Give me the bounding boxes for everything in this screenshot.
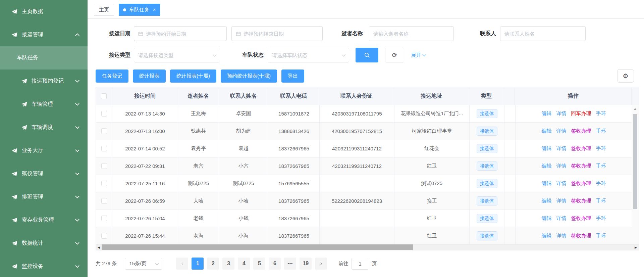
next-page-button[interactable]: › (315, 258, 327, 270)
horizontal-scrollbar[interactable]: ◀ ▶ (96, 244, 639, 250)
deceased-name-input[interactable] (369, 26, 454, 41)
detail-link[interactable]: 详情 (556, 198, 567, 204)
detail-link[interactable]: 详情 (556, 163, 567, 169)
sidebar-item-vehicle-management[interactable]: 车辆管理 (0, 93, 88, 116)
bracelet-link[interactable]: 手环 (596, 163, 606, 169)
sidebar-item-shift-management[interactable]: 排班管理 (0, 185, 88, 209)
tab-home[interactable]: 主页 (94, 4, 114, 16)
fleet-status-field[interactable] (272, 52, 345, 58)
page-button-4[interactable]: 4 (238, 258, 250, 270)
tab-close-icon[interactable]: × (153, 7, 156, 12)
sidebar-item-storage-business[interactable]: 寄存业务管理 (0, 209, 88, 232)
reservation-stats-report-shiyan-button[interactable]: 预约统计报表(十堰) (221, 70, 277, 83)
bracelet-link[interactable]: 手环 (596, 180, 606, 187)
sidebar-item-business-hall[interactable]: 业务大厅 (0, 139, 88, 162)
export-button[interactable]: 导出 (281, 70, 304, 83)
expand-toggle[interactable]: 展开 (411, 52, 426, 58)
detail-link[interactable]: 详情 (556, 215, 567, 222)
tab-fleet-tasks[interactable]: 车队任务 × (119, 4, 160, 16)
row-checkbox[interactable] (101, 163, 107, 169)
bracelet-link[interactable]: 手环 (596, 233, 606, 239)
sign-link[interactable]: 签收办理 (571, 163, 591, 169)
edit-link[interactable]: 编辑 (542, 198, 552, 204)
scroll-right-arrow-icon[interactable]: ▶ (633, 244, 639, 250)
sign-link[interactable]: 签收办理 (571, 128, 591, 134)
prev-page-button[interactable]: ‹ (176, 258, 188, 270)
page-button-6[interactable]: 6 (269, 258, 281, 270)
scroll-left-arrow-icon[interactable]: ◀ (96, 244, 102, 250)
page-button-1[interactable]: 1 (192, 258, 204, 270)
sign-link[interactable]: 签收办理 (571, 233, 591, 239)
edit-link[interactable]: 编辑 (542, 145, 552, 152)
sidebar-item-monitoring-devices[interactable]: 监控设备 (0, 255, 88, 277)
bracelet-link[interactable]: 手环 (596, 215, 606, 222)
bracelet-link[interactable]: 手环 (596, 198, 606, 204)
row-checkbox[interactable] (101, 198, 107, 204)
date-start-field[interactable] (146, 31, 222, 37)
refresh-button[interactable]: ⟳ (385, 48, 404, 62)
sign-link[interactable]: 签收办理 (571, 215, 591, 222)
stats-report-shiyan-button[interactable]: 统计报表(十堰) (170, 70, 216, 83)
row-checkbox[interactable] (101, 146, 107, 151)
edit-link[interactable]: 编辑 (542, 128, 552, 134)
row-checkbox[interactable] (101, 111, 107, 117)
cell-contact-phone: 18372667965 (268, 210, 320, 227)
row-checkbox[interactable] (101, 181, 107, 186)
row-checkbox[interactable] (101, 233, 107, 239)
row-checkbox[interactable] (101, 128, 107, 134)
detail-link[interactable]: 详情 (556, 128, 567, 134)
page-button-5[interactable]: 5 (253, 258, 265, 270)
edit-link[interactable]: 编辑 (542, 215, 552, 222)
search-button[interactable] (356, 48, 378, 62)
bracelet-link[interactable]: 手环 (596, 128, 606, 134)
sidebar-item-transport-reservation[interactable]: 接运预约登记 (0, 70, 88, 93)
sign-link[interactable]: 签收办理 (571, 198, 591, 204)
edit-link[interactable]: 编辑 (542, 233, 552, 239)
edit-link[interactable]: 编辑 (542, 180, 552, 187)
edit-link[interactable]: 编辑 (542, 110, 552, 117)
page-ellipsis[interactable]: ••• (284, 258, 296, 270)
date-start-input[interactable] (134, 26, 227, 41)
return-car-link[interactable]: 回车办理 (571, 110, 591, 117)
page-button-3[interactable]: 3 (222, 258, 234, 270)
page-button-2[interactable]: 2 (207, 258, 219, 270)
bracelet-link[interactable]: 手环 (596, 110, 606, 117)
horizontal-scrollbar-thumb[interactable] (102, 244, 413, 250)
sidebar-item-fleet-tasks[interactable]: 车队任务 (0, 46, 88, 70)
contact-input[interactable] (500, 26, 586, 41)
cell-deceased-name: 老钱 (178, 210, 219, 227)
edit-link[interactable]: 编辑 (542, 163, 552, 169)
sidebar-item-vehicle-dispatch[interactable]: 车辆调度 (0, 116, 88, 139)
pickup-type-field[interactable] (138, 52, 216, 58)
sidebar: 主页数据接运管理车队任务接运预约登记车辆管理车辆调度业务大厅殡仪管理排班管理寄存… (0, 0, 88, 277)
date-end-field[interactable] (244, 31, 318, 37)
goto-page-input[interactable] (352, 258, 368, 270)
date-end-input[interactable] (231, 26, 323, 41)
vertical-scrollbar[interactable]: ▲ (632, 105, 639, 245)
stats-report-button[interactable]: 统计报表 (133, 70, 166, 83)
row-checkbox[interactable] (101, 216, 107, 221)
contact-field[interactable] (504, 31, 581, 37)
detail-link[interactable]: 详情 (556, 110, 567, 117)
select-all-checkbox[interactable] (101, 93, 107, 99)
scroll-up-arrow-icon[interactable]: ▲ (632, 105, 639, 112)
task-register-button[interactable]: 任务登记 (96, 70, 128, 83)
column-settings-button[interactable]: ⚙ (617, 69, 634, 83)
page-button-19[interactable]: 19 (300, 258, 312, 270)
detail-link[interactable]: 详情 (556, 180, 567, 187)
sidebar-item-home-data[interactable]: 主页数据 (0, 0, 88, 23)
detail-link[interactable]: 详情 (556, 233, 567, 239)
active-tab-dot-icon (123, 8, 126, 11)
deceased-name-field[interactable] (373, 31, 449, 37)
fleet-status-select[interactable] (268, 48, 349, 62)
sign-link[interactable]: 签收办理 (571, 180, 591, 187)
pickup-type-select[interactable] (134, 48, 220, 62)
sidebar-item-transport-management[interactable]: 接运管理 (0, 23, 88, 46)
sidebar-item-funeral-management[interactable]: 殡仪管理 (0, 162, 88, 185)
bracelet-link[interactable]: 手环 (596, 145, 606, 152)
vertical-scrollbar-thumb[interactable] (633, 114, 637, 209)
sign-link[interactable]: 签收办理 (571, 145, 591, 152)
sidebar-item-data-statistics[interactable]: 数据统计 (0, 232, 88, 255)
detail-link[interactable]: 详情 (556, 145, 567, 152)
page-size-select[interactable]: 15条/页 (125, 258, 162, 270)
